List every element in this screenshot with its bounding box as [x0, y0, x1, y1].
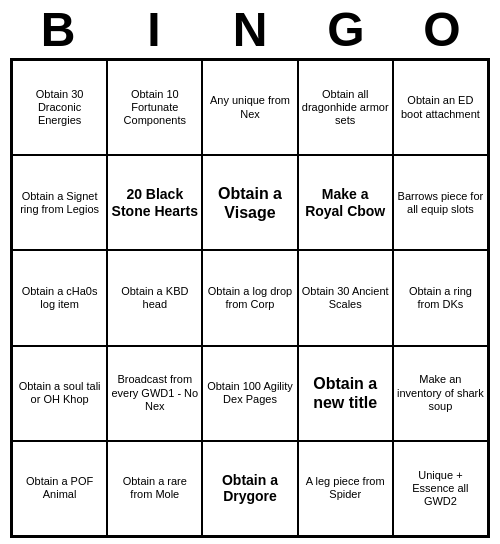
bingo-cell-0: Obtain 30 Draconic Energies: [12, 60, 107, 155]
bingo-cell-17: Obtain 100 Agility Dex Pages: [202, 346, 297, 441]
letter-i: I: [114, 6, 194, 54]
letter-g: G: [306, 6, 386, 54]
bingo-cell-14: Obtain a ring from DKs: [393, 250, 488, 345]
bingo-cell-3: Obtain all dragonhide armor sets: [298, 60, 393, 155]
bingo-cell-21: Obtain a rare from Mole: [107, 441, 202, 536]
bingo-cell-11: Obtain a KBD head: [107, 250, 202, 345]
bingo-cell-12: Obtain a log drop from Corp: [202, 250, 297, 345]
bingo-grid: Obtain 30 Draconic EnergiesObtain 10 For…: [10, 58, 490, 538]
bingo-cell-13: Obtain 30 Ancient Scales: [298, 250, 393, 345]
bingo-cell-24: Unique + Essence all GWD2: [393, 441, 488, 536]
bingo-cell-22: Obtain a Drygore: [202, 441, 297, 536]
bingo-cell-19: Make an inventory of shark soup: [393, 346, 488, 441]
letter-o: O: [402, 6, 482, 54]
bingo-cell-9: Barrows piece for all equip slots: [393, 155, 488, 250]
letter-n: N: [210, 6, 290, 54]
bingo-cell-8: Make a Royal Cbow: [298, 155, 393, 250]
bingo-cell-18: Obtain a new title: [298, 346, 393, 441]
bingo-cell-7: Obtain a Visage: [202, 155, 297, 250]
bingo-cell-5: Obtain a Signet ring from Legios: [12, 155, 107, 250]
bingo-cell-1: Obtain 10 Fortunate Components: [107, 60, 202, 155]
bingo-cell-16: Broadcast from every GWD1 - No Nex: [107, 346, 202, 441]
bingo-cell-2: Any unique from Nex: [202, 60, 297, 155]
bingo-cell-10: Obtain a cHa0s log item: [12, 250, 107, 345]
letter-b: B: [18, 6, 98, 54]
bingo-cell-6: 20 Black Stone Hearts: [107, 155, 202, 250]
bingo-cell-15: Obtain a soul tali or OH Khop: [12, 346, 107, 441]
bingo-cell-20: Obtain a POF Animal: [12, 441, 107, 536]
bingo-cell-4: Obtain an ED boot attachment: [393, 60, 488, 155]
bingo-title: B I N G O: [10, 0, 490, 58]
bingo-cell-23: A leg piece from Spider: [298, 441, 393, 536]
